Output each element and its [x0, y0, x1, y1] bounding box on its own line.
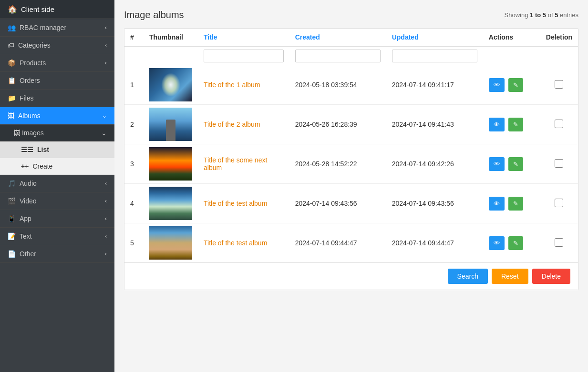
- edit-button[interactable]: ✎: [508, 78, 523, 92]
- sidebar-item-orders[interactable]: Orders: [0, 72, 114, 90]
- table-wrapper: # Thumbnail Title Created Updated Action…: [124, 28, 578, 290]
- main-content: Image albums Showing 1 to 5 of 5 entries…: [114, 0, 588, 372]
- sidebar-label-text: Text: [20, 232, 32, 240]
- view-button[interactable]: 👁: [489, 118, 505, 131]
- col-num: #: [124, 29, 144, 46]
- cell-title[interactable]: Title of the 1 album: [198, 65, 289, 105]
- table-header-row: # Thumbnail Title Created Updated Action…: [124, 29, 578, 46]
- sidebar-create-item[interactable]: + Create: [0, 158, 114, 175]
- sidebar-item-categories[interactable]: Categories ‹: [0, 37, 114, 54]
- col-created[interactable]: Created: [289, 29, 386, 46]
- users-icon: [8, 24, 16, 31]
- col-title[interactable]: Title: [198, 29, 289, 46]
- table-row: 1 Title of the 1 album 2024-05-18 03:39:…: [124, 65, 578, 105]
- cell-title[interactable]: Title of the test album: [198, 184, 289, 223]
- delete-checkbox[interactable]: [555, 159, 563, 168]
- view-button[interactable]: 👁: [489, 236, 505, 250]
- list-icon: ☰: [21, 146, 33, 153]
- sidebar-item-files[interactable]: Files: [0, 90, 114, 107]
- albums-icon: [8, 112, 14, 120]
- filter-num-cell: [124, 46, 144, 65]
- other-icon: [8, 250, 16, 258]
- sidebar-client-side[interactable]: Client side: [0, 0, 114, 19]
- sidebar-label-app: App: [20, 215, 31, 222]
- sidebar-label-albums: Albums: [18, 112, 41, 120]
- table-row: 3 Title of the some next album 2024-05-2…: [124, 144, 578, 184]
- filter-updated-input[interactable]: [392, 50, 477, 62]
- cell-title[interactable]: Title of the 2 album: [198, 105, 289, 144]
- sidebar-label-rbac: RBAC manager: [20, 24, 66, 31]
- cell-num: 2: [124, 105, 144, 144]
- cell-created: 2024-05-18 03:39:54: [289, 65, 386, 105]
- chevron-icon: ‹: [105, 233, 107, 240]
- edit-button[interactable]: ✎: [508, 236, 523, 250]
- delete-checkbox[interactable]: [555, 80, 563, 89]
- eye-icon: 👁: [494, 161, 500, 168]
- delete-checkbox[interactable]: [555, 120, 563, 128]
- sidebar-sub-item-images[interactable]: Images ⌄: [0, 125, 114, 141]
- filter-created-input[interactable]: [295, 50, 381, 62]
- eye-icon: 👁: [494, 240, 500, 247]
- search-button[interactable]: Search: [448, 269, 488, 284]
- sidebar-item-video[interactable]: Video ‹: [0, 192, 114, 210]
- chevron-down-icon: ⌄: [102, 112, 107, 119]
- app-icon: [8, 215, 16, 222]
- filter-row: [124, 46, 578, 65]
- cell-deletion: [540, 65, 578, 105]
- reset-button[interactable]: Reset: [492, 269, 528, 284]
- edit-button[interactable]: ✎: [508, 118, 523, 131]
- delete-checkbox[interactable]: [555, 238, 563, 247]
- sidebar-sub-label-images: Images: [22, 129, 44, 137]
- col-updated[interactable]: Updated: [386, 29, 483, 46]
- sidebar-item-text[interactable]: Text ‹: [0, 228, 114, 245]
- cell-title[interactable]: Title of the test album: [198, 223, 289, 263]
- sidebar-item-rbac-manager[interactable]: RBAC manager ‹: [0, 19, 114, 37]
- thumbnail-image: [149, 108, 192, 141]
- filter-updated-cell: [386, 46, 483, 65]
- sidebar-label-audio: Audio: [20, 180, 37, 187]
- text-icon: [8, 232, 16, 240]
- edit-button[interactable]: ✎: [508, 197, 523, 211]
- chevron-icon: ‹: [105, 251, 107, 257]
- delete-button[interactable]: Delete: [532, 269, 570, 284]
- table-footer: Search Reset Delete: [124, 262, 578, 290]
- cell-actions: 👁 ✎: [483, 223, 540, 263]
- view-button[interactable]: 👁: [489, 78, 505, 92]
- sidebar-label-orders: Orders: [20, 77, 40, 84]
- edit-icon: ✎: [513, 81, 518, 89]
- eye-icon: 👁: [494, 121, 500, 128]
- sidebar-item-products[interactable]: Products ‹: [0, 54, 114, 72]
- filter-title-cell: [198, 46, 289, 65]
- sidebar-top-label: Client side: [21, 5, 54, 13]
- delete-checkbox[interactable]: [555, 199, 563, 207]
- sidebar-create-label: Create: [32, 162, 52, 170]
- chevron-icon: ‹: [105, 198, 107, 204]
- sidebar-item-albums[interactable]: Albums ⌄: [0, 107, 114, 125]
- view-button[interactable]: 👁: [489, 197, 505, 211]
- col-deletion: Deletion: [540, 29, 578, 46]
- cell-actions: 👁 ✎: [483, 144, 540, 184]
- filter-title-input[interactable]: [204, 50, 284, 62]
- eye-icon: 👁: [494, 200, 500, 207]
- cell-deletion: [540, 223, 578, 263]
- images-icon: [13, 129, 20, 137]
- col-thumbnail: Thumbnail: [144, 29, 198, 46]
- cell-thumbnail: [144, 105, 198, 144]
- chevron-icon: ‹: [105, 24, 107, 31]
- sidebar-item-other[interactable]: Other ‹: [0, 245, 114, 263]
- cell-title[interactable]: Title of the some next album: [198, 144, 289, 184]
- edit-button[interactable]: ✎: [508, 157, 523, 171]
- sidebar-item-audio[interactable]: Audio ‹: [0, 175, 114, 192]
- plus-icon: +: [21, 162, 29, 170]
- sidebar-deep-item-list[interactable]: ☰ List: [0, 141, 114, 158]
- thumbnail-image: [149, 187, 192, 220]
- thumbnail-image: [149, 226, 192, 260]
- filter-thumbnail-cell: [144, 46, 198, 65]
- sidebar-deep-label-list: List: [37, 146, 49, 153]
- page-header: Image albums Showing 1 to 5 of 5 entries: [124, 10, 578, 20]
- view-button[interactable]: 👁: [489, 157, 505, 171]
- sidebar-item-app[interactable]: App ‹: [0, 210, 114, 228]
- edit-icon: ✎: [513, 200, 518, 207]
- cell-thumbnail: [144, 223, 198, 263]
- col-actions: Actions: [483, 29, 540, 46]
